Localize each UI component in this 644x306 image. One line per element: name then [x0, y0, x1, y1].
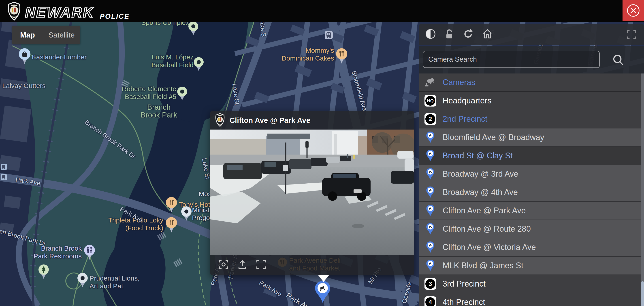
newark-police-camera-app: { "header": { "brand": "NEWARK", "brand_… [0, 0, 644, 306]
map-camera-pin[interactable] [314, 281, 331, 305]
sidebar-item-label: Broadway @ 4th Ave [442, 188, 518, 197]
sidebar-item-label: Broadway @ 3rd Ave [442, 169, 518, 179]
popup-toolbar [210, 255, 414, 275]
cctv-icon [423, 77, 437, 88]
precinct-3-badge-icon: 3 [423, 278, 437, 290]
popup-tail-pointer [318, 275, 329, 282]
precinct-badge-text: 2 [426, 114, 435, 124]
precinct-4-badge-icon: 4 [423, 297, 437, 306]
hq-badge-text: HQ [426, 96, 435, 106]
camera-pin-icon [423, 168, 437, 180]
sidebar-item-camera-mlk-james[interactable]: MLK Blvd @ James St [419, 257, 644, 275]
brand-wordmark-sub: POLICE [100, 12, 130, 20]
upload-icon[interactable] [237, 259, 248, 271]
camera-pin-icon [423, 131, 437, 144]
satellite-view-button[interactable]: Satellite [43, 26, 80, 44]
popup-badge-icon [214, 113, 226, 128]
park-pin-icon[interactable] [193, 56, 204, 73]
camera-video-frame [210, 130, 414, 255]
precinct-badge-text: 4 [426, 297, 435, 306]
camera-list: Cameras HQ Headquarters 2 2nd Precinct B… [419, 73, 644, 306]
camera-preview-popup: Clifton Ave @ Park Ave [210, 111, 414, 275]
snapshot-icon[interactable] [218, 259, 229, 271]
sidebar-item-headquarters[interactable]: HQ Headquarters [419, 92, 644, 110]
sidebar-scrollbar[interactable] [641, 73, 644, 306]
unlock-icon[interactable] [444, 29, 454, 40]
shop-pin-icon[interactable] [18, 47, 31, 67]
contrast-icon[interactable] [425, 29, 436, 40]
sidebar-item-label: Bloomfield Ave @ Broadway [442, 133, 544, 142]
popup-header[interactable]: Clifton Ave @ Park Ave [210, 111, 414, 130]
park-pin-icon[interactable] [176, 86, 188, 102]
sidebar-item-label: Clifton Ave @ Route 280 [442, 224, 531, 234]
fullscreen-icon[interactable] [256, 259, 266, 271]
scrollbar-thumb[interactable] [641, 281, 644, 306]
sidebar-item-label: 2nd Precinct [442, 114, 487, 124]
map-view-button[interactable]: Map [12, 26, 43, 44]
sidebar-item-label: Cameras [442, 78, 475, 87]
sidebar-item-label: 4th Precinct [442, 298, 485, 306]
poi-pin-icon[interactable] [76, 272, 88, 289]
map-type-control: Map Satellite [12, 26, 80, 44]
precinct-2-badge-icon: 2 [423, 113, 437, 125]
sidebar-item-4th-precinct[interactable]: 4 4th Precinct [419, 293, 644, 306]
food-pin-icon[interactable] [165, 216, 178, 235]
brand-wordmark: NEWARK [25, 4, 94, 20]
sidebar-item-label: 3rd Precinct [442, 279, 486, 289]
sidebar-item-label: Clifton Ave @ Victoria Ave [442, 243, 536, 252]
sidebar-item-camera-clifton-park[interactable]: Clifton Ave @ Park Ave [419, 202, 644, 220]
camera-search-input[interactable] [423, 51, 600, 68]
food-pin-icon[interactable] [335, 47, 348, 66]
transit-station-icon[interactable] [0, 163, 7, 171]
camera-pin-icon [423, 260, 437, 272]
camera-pin-icon [423, 223, 437, 235]
restroom-pin-icon[interactable] [83, 244, 96, 262]
sidebar-item-camera-broad-clay[interactable]: Broad St @ Clay St [419, 147, 644, 165]
tree-pin-icon[interactable] [38, 264, 50, 281]
newark-police-badge-logo [6, 2, 22, 21]
home-icon[interactable] [482, 29, 493, 40]
close-icon [626, 3, 640, 17]
camera-pin-icon [423, 150, 437, 162]
sidebar-search-area [419, 46, 644, 73]
sidebar-item-label: Clifton Ave @ Park Ave [442, 206, 526, 215]
sidebar-item-camera-bloomfield-broadway[interactable]: Bloomfield Ave @ Broadway [419, 129, 644, 147]
sidebar-item-label: Broad St @ Clay St [442, 151, 513, 160]
transit-station-icon[interactable] [0, 174, 7, 181]
camera-pin-icon [423, 205, 437, 217]
hq-badge-icon: HQ [423, 95, 437, 107]
food-pin-icon[interactable] [165, 196, 178, 214]
expand-panel-icon[interactable] [626, 30, 636, 40]
refresh-icon[interactable] [463, 29, 474, 40]
sidebar-item-camera-clifton-victoria[interactable]: Clifton Ave @ Victoria Ave [419, 238, 644, 257]
camera-pin-icon [423, 241, 437, 253]
sidebar-item-label: Headquarters [442, 96, 492, 105]
popup-title: Clifton Ave @ Park Ave [230, 116, 310, 125]
sidebar-toolbar [419, 24, 644, 45]
camera-sidebar-panel: Cameras HQ Headquarters 2 2nd Precinct B… [419, 24, 644, 306]
sidebar-item-2nd-precinct[interactable]: 2 2nd Precinct [419, 110, 644, 129]
park-pin-icon[interactable] [188, 20, 199, 37]
sidebar-item-camera-broadway-4th[interactable]: Broadway @ 4th Ave [419, 183, 644, 202]
camera-pin-icon [423, 186, 437, 198]
sidebar-item-camera-broadway-3rd[interactable]: Broadway @ 3rd Ave [419, 165, 644, 183]
sidebar-item-cameras[interactable]: Cameras [419, 73, 644, 92]
bus-icon[interactable] [324, 31, 333, 40]
sidebar-item-label: MLK Blvd @ James St [442, 261, 524, 270]
poi-pin-icon[interactable] [180, 205, 192, 222]
sidebar-item-camera-clifton-280[interactable]: Clifton Ave @ Route 280 [419, 220, 644, 238]
sidebar-item-3rd-precinct[interactable]: 3 3rd Precinct [419, 275, 644, 293]
top-app-bar: NEWARK POLICE [0, 0, 644, 22]
close-button[interactable] [622, 0, 644, 21]
precinct-badge-text: 3 [426, 279, 435, 289]
search-icon[interactable] [612, 53, 625, 67]
